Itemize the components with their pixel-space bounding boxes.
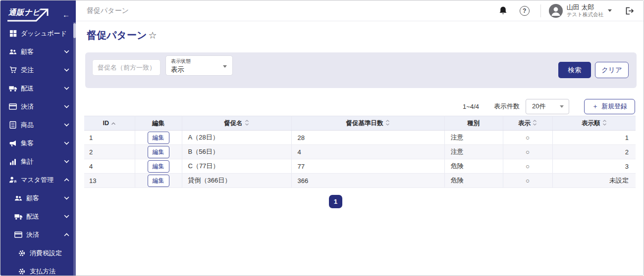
- chevron-down-icon: [64, 105, 69, 108]
- sort-icon: [385, 120, 390, 127]
- table-row: 13 編集 貸倒（366日） 366 危険 ○ 未設定: [84, 174, 636, 188]
- page-size-select[interactable]: 20件: [526, 99, 569, 114]
- column-header-display-order[interactable]: 表示順: [552, 116, 636, 131]
- clear-button[interactable]: クリア: [595, 62, 629, 78]
- topbar: 督促パターン ? 山田 太郎 テスト株式会社: [76, 0, 644, 21]
- avatar: [549, 4, 563, 18]
- column-header-visible[interactable]: 表示: [503, 116, 552, 131]
- sort-icon: [602, 120, 607, 127]
- truck-icon: [14, 213, 23, 220]
- reminder-pattern-table: ID 編集 督促名 督促基準日数 種別 表示 表示順 1 編集 A（28日） 2: [84, 116, 636, 188]
- table-row: 4 編集 C（77日） 77 危険 ○ 3: [84, 159, 636, 174]
- ledger-icon: [8, 121, 17, 129]
- add-new-button[interactable]: ＋ 新規登録: [584, 99, 635, 114]
- column-header-id[interactable]: ID: [84, 116, 135, 131]
- chevron-down-icon: [64, 68, 69, 72]
- display-status-select[interactable]: 表示状態 表示: [165, 55, 233, 76]
- visible-mark: ○: [503, 159, 552, 174]
- column-header-name[interactable]: 督促名: [182, 116, 291, 131]
- caret-down-icon: [608, 9, 612, 12]
- reminder-name-input[interactable]: [92, 59, 161, 76]
- notification-bell-icon[interactable]: [498, 6, 508, 16]
- chevron-down-icon: [64, 196, 69, 200]
- chevron-down-icon: [64, 50, 69, 53]
- visible-mark: ○: [503, 174, 552, 188]
- gear-icon: [17, 250, 26, 257]
- sidebar: 通販ナビ ← ダッシュボード 顧客 受注: [0, 0, 76, 276]
- edit-button[interactable]: 編集: [148, 146, 169, 158]
- bar-chart-icon: [8, 158, 17, 165]
- user-gear-icon: [8, 176, 17, 184]
- dashboard-icon: [8, 30, 17, 37]
- display-status-label: 表示状態: [171, 58, 232, 65]
- chevron-up-icon: [64, 233, 69, 236]
- caret-down-icon: [560, 105, 564, 108]
- sort-icon: [245, 120, 249, 127]
- favorite-star-icon[interactable]: ☆: [148, 30, 157, 41]
- sort-icon: [533, 120, 537, 127]
- app-window: 通販ナビ ← ダッシュボード 顧客 受注: [0, 0, 644, 276]
- sidebar-item-master-management[interactable]: マスタ管理: [0, 171, 76, 189]
- user-menu[interactable]: 山田 太郎 テスト株式会社: [549, 3, 612, 17]
- sidebar-collapse-icon[interactable]: ←: [62, 11, 70, 18]
- logout-icon[interactable]: [625, 6, 635, 15]
- chevron-down-icon: [64, 87, 69, 90]
- sidebar-item-customers[interactable]: 顧客: [0, 43, 76, 61]
- column-header-type: 種別: [444, 116, 503, 131]
- filter-panel: 表示状態 表示 検索 クリア: [85, 52, 637, 88]
- truck-icon: [8, 85, 17, 92]
- gear-icon: [17, 268, 26, 275]
- chevron-down-icon: [64, 215, 69, 218]
- users-icon: [14, 195, 23, 202]
- chevron-down-icon: [64, 141, 69, 145]
- topbar-actions: ? 山田 太郎 テスト株式会社: [498, 3, 635, 17]
- column-header-edit: 編集: [135, 116, 182, 131]
- sidebar-menu: ダッシュボード 顧客 受注 配送 決済: [0, 24, 76, 276]
- sidebar-item-payment[interactable]: 決済: [0, 97, 76, 116]
- sidebar-item-master-delivery[interactable]: 配送: [0, 207, 76, 226]
- user-company: テスト株式会社: [567, 11, 603, 18]
- chevron-down-icon: [64, 160, 69, 163]
- list-controls: 1~4/4 表示件数 20件 ＋ 新規登録: [463, 98, 635, 114]
- result-range: 1~4/4: [463, 103, 479, 110]
- users-icon: [8, 48, 17, 55]
- table-header-row: ID 編集 督促名 督促基準日数 種別 表示 表示順: [84, 116, 636, 131]
- sidebar-item-payment-methods[interactable]: 支払方法: [0, 262, 76, 276]
- sort-asc-icon: [111, 120, 116, 127]
- table-row: 2 編集 B（56日） 4 注意 ○ 2: [84, 145, 636, 159]
- app-logo[interactable]: 通販ナビ: [5, 6, 53, 23]
- chevron-down-icon: [64, 123, 69, 127]
- edit-button[interactable]: 編集: [148, 160, 169, 173]
- sidebar-item-dashboard[interactable]: ダッシュボード: [0, 24, 76, 43]
- edit-button[interactable]: 編集: [148, 175, 169, 187]
- visible-mark: ○: [503, 145, 552, 159]
- content: 督促パターン☆ 表示状態 表示 検索 クリア 1~4/4 表示件数 20件: [76, 21, 644, 276]
- sidebar-item-delivery[interactable]: 配送: [0, 79, 76, 97]
- sidebar-header: 通販ナビ ←: [0, 0, 76, 23]
- sidebar-item-master-payment[interactable]: 決済: [0, 226, 76, 244]
- caret-down-icon: [223, 65, 227, 68]
- visible-mark: ○: [503, 131, 552, 145]
- search-button[interactable]: 検索: [558, 62, 591, 78]
- column-header-base-days[interactable]: 督促基準日数: [291, 116, 444, 131]
- sidebar-item-master-customers[interactable]: 顧客: [0, 189, 76, 207]
- sidebar-item-products[interactable]: 商品: [0, 116, 76, 134]
- pagination-page-1-button[interactable]: 1: [329, 195, 342, 208]
- plus-icon: ＋: [592, 102, 598, 111]
- sidebar-item-reports[interactable]: 集計: [0, 152, 76, 171]
- sidebar-item-marketing[interactable]: 集客: [0, 134, 76, 152]
- edit-button[interactable]: 編集: [148, 132, 169, 144]
- sidebar-item-consumption-tax-settings[interactable]: 消費税設定: [0, 244, 76, 262]
- user-name: 山田 太郎: [567, 3, 603, 11]
- credit-card-icon: [8, 103, 17, 110]
- sidebar-item-orders[interactable]: 受注: [0, 61, 76, 79]
- megaphone-icon: [8, 140, 17, 147]
- page-title: 督促パターン☆: [87, 29, 157, 42]
- logo-arrow-icon: [5, 6, 53, 23]
- topbar-divider: [540, 4, 541, 17]
- cart-icon: [8, 66, 17, 74]
- topbar-title: 督促パターン: [87, 6, 129, 15]
- chevron-up-icon: [64, 178, 69, 182]
- main-area: 督促パターン ? 山田 太郎 テスト株式会社: [76, 0, 644, 276]
- help-icon[interactable]: ?: [520, 6, 530, 16]
